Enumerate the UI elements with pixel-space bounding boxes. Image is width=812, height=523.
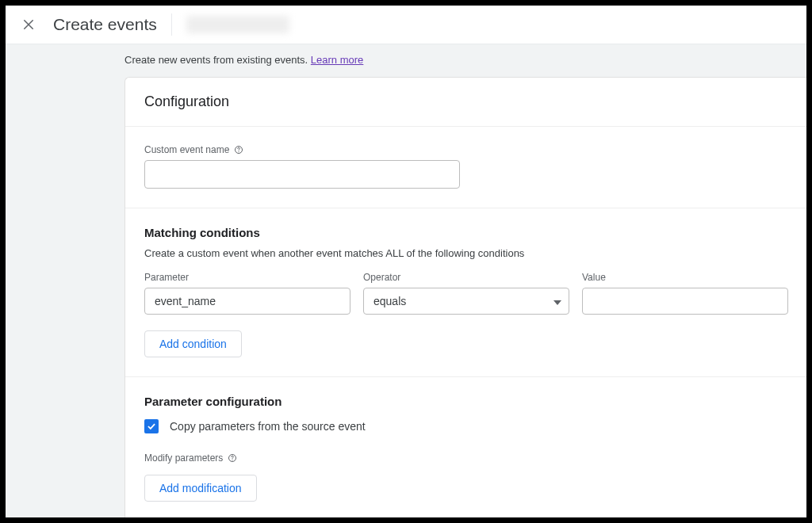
description-text: Create new events from existing events. xyxy=(124,54,311,66)
copy-parameters-row: Copy parameters from the source event xyxy=(144,419,787,433)
modify-parameters-label: Modify parameters xyxy=(144,452,787,464)
value-label: Value xyxy=(582,272,788,283)
header-bar: Create events xyxy=(6,6,806,44)
parameter-configuration-title: Parameter configuration xyxy=(144,395,787,408)
svg-point-3 xyxy=(232,460,233,460)
learn-more-link[interactable]: Learn more xyxy=(311,54,363,66)
help-icon[interactable] xyxy=(228,453,237,463)
copy-parameters-checkbox[interactable] xyxy=(144,419,159,433)
svg-point-1 xyxy=(239,151,239,152)
operator-select[interactable]: equals xyxy=(363,288,569,315)
custom-event-label: Custom event name xyxy=(144,144,787,155)
body-area: Create new events from existing events. … xyxy=(6,44,806,517)
header-context-blur xyxy=(186,16,289,33)
custom-event-section: Custom event name xyxy=(125,127,806,208)
card-header: Configuration xyxy=(125,78,806,127)
add-modification-button[interactable]: Add modification xyxy=(144,475,257,502)
matching-conditions-section: Matching conditions Create a custom even… xyxy=(125,208,806,377)
operator-field: Operator equals xyxy=(363,272,569,315)
value-input[interactable] xyxy=(582,288,788,315)
description-bar: Create new events from existing events. … xyxy=(6,44,806,77)
parameter-label: Parameter xyxy=(144,272,350,283)
modify-parameters-text: Modify parameters xyxy=(144,452,223,464)
operator-label: Operator xyxy=(363,272,569,283)
close-icon xyxy=(21,17,36,32)
help-icon[interactable] xyxy=(234,145,243,155)
check-icon xyxy=(146,421,157,432)
copy-parameters-label: Copy parameters from the source event xyxy=(170,420,366,433)
operator-value: equals xyxy=(373,295,406,307)
value-field: Value xyxy=(582,272,788,315)
parameter-configuration-section: Parameter configuration Copy parameters … xyxy=(125,377,806,517)
custom-event-label-text: Custom event name xyxy=(144,144,229,155)
parameter-input[interactable] xyxy=(144,288,350,315)
close-button[interactable] xyxy=(18,14,39,35)
parameter-field: Parameter xyxy=(144,272,350,315)
matching-conditions-subtitle: Create a custom event when another event… xyxy=(144,247,787,259)
app-frame: Create events Create new events from exi… xyxy=(6,6,806,517)
page-title: Create events xyxy=(53,15,157,34)
add-condition-button[interactable]: Add condition xyxy=(144,330,242,357)
custom-event-name-input[interactable] xyxy=(144,160,460,189)
operator-select-wrapper: equals xyxy=(363,288,569,315)
header-divider xyxy=(171,13,172,36)
matching-conditions-title: Matching conditions xyxy=(144,226,787,239)
configuration-card: Configuration Custom event name Matching… xyxy=(124,77,806,517)
configuration-title: Configuration xyxy=(144,94,787,110)
condition-row: Parameter Operator equals xyxy=(144,272,787,315)
